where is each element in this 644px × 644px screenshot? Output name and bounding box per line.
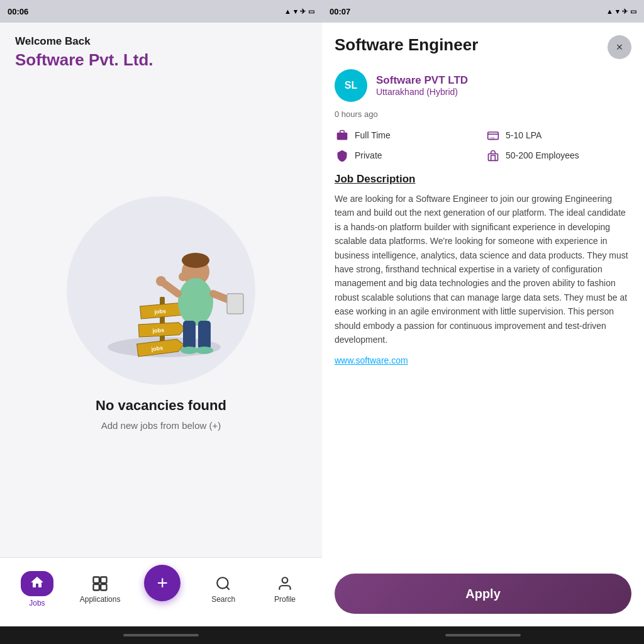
- profile-icon: [276, 575, 294, 592]
- airplane-icon: ✈: [300, 8, 306, 16]
- nav-jobs-icon-bg: [21, 571, 53, 596]
- employees-label: 50-200 Employees: [506, 150, 579, 160]
- svg-rect-22: [101, 577, 106, 582]
- svg-point-20: [179, 272, 187, 281]
- svg-text:jobs: jobs: [153, 308, 166, 315]
- nav-item-profile[interactable]: Profile: [266, 575, 304, 604]
- company-row: SL Software PVT LTD Uttarakhand (Hybrid): [335, 69, 631, 102]
- left-company-name: Software Pvt. Ltd.: [15, 50, 307, 70]
- right-status-icons: ▲ ▾ ✈ ▭: [606, 8, 636, 16]
- no-vacancies-text: No vacancies found: [96, 397, 226, 414]
- battery-icon: ▭: [308, 8, 314, 16]
- svg-line-26: [226, 587, 230, 590]
- svg-rect-21: [94, 577, 99, 582]
- home-icon: [30, 575, 45, 590]
- svg-rect-31: [489, 154, 498, 161]
- right-panel: 00:07 ▲ ▾ ✈ ▭ Software Engineer × SL Sof…: [322, 0, 644, 644]
- nav-applications-label: Applications: [80, 595, 121, 604]
- nav-item-jobs[interactable]: Jobs: [18, 571, 56, 608]
- close-button[interactable]: ×: [608, 35, 631, 59]
- left-status-bar: 00:06 ▲ ▾ ✈ ▭: [0, 0, 322, 23]
- right-airplane-icon: ✈: [622, 8, 628, 16]
- nav-item-applications[interactable]: Applications: [80, 575, 121, 604]
- tag-fulltime: Full Time: [335, 128, 480, 143]
- job-desc-title: Job Description: [335, 173, 631, 186]
- add-job-button[interactable]: +: [144, 565, 180, 601]
- right-home-indicator: [445, 634, 521, 636]
- tag-salary: 100 5-10 LPA: [486, 128, 631, 143]
- right-wifi-icon: ▾: [616, 8, 619, 16]
- company-avatar: SL: [335, 69, 367, 102]
- svg-rect-17: [198, 321, 211, 349]
- right-scrollable-content: Software Engineer × SL Software PVT LTD …: [322, 23, 644, 566]
- bottom-nav: Jobs Applications +: [0, 557, 322, 626]
- salary-label: 5-10 LPA: [506, 130, 541, 140]
- apply-button[interactable]: Apply: [335, 574, 631, 614]
- right-bottom-bar: [322, 626, 644, 644]
- job-desc-text: We are looking for a Software Engineer t…: [335, 192, 631, 347]
- svg-rect-24: [101, 584, 106, 590]
- illustration-circle: jobs jobs jobs: [67, 196, 255, 385]
- nav-search-label: Search: [211, 595, 235, 604]
- svg-point-11: [178, 278, 213, 326]
- briefcase-icon: [335, 128, 350, 143]
- left-time: 00:06: [8, 7, 28, 16]
- add-jobs-hint: Add new jobs from below (+): [101, 420, 221, 431]
- right-battery-icon: ▭: [630, 8, 636, 16]
- svg-point-13: [156, 276, 166, 286]
- tag-employees: 50-200 Employees: [486, 148, 631, 163]
- building-icon: [486, 148, 501, 163]
- time-ago: 0 hours ago: [335, 109, 631, 119]
- svg-rect-16: [183, 321, 196, 349]
- apply-section: Apply: [322, 566, 644, 626]
- search-icon: [214, 575, 232, 592]
- nav-profile-label: Profile: [274, 595, 296, 604]
- svg-point-19: [196, 347, 213, 354]
- job-title: Software Engineer: [335, 35, 601, 55]
- svg-text:100: 100: [489, 136, 495, 140]
- right-time: 00:07: [330, 7, 350, 16]
- svg-point-18: [180, 347, 198, 354]
- job-title-row: Software Engineer ×: [335, 35, 631, 59]
- money-icon: 100: [486, 128, 501, 143]
- svg-rect-23: [94, 584, 99, 590]
- tags-grid: Full Time 100 5-10 LPA: [335, 128, 631, 163]
- left-status-icons: ▲ ▾ ✈ ▭: [284, 8, 314, 16]
- right-status-bar: 00:07 ▲ ▾ ✈ ▭: [322, 0, 644, 23]
- tag-private: Private: [335, 148, 480, 163]
- private-label: Private: [355, 150, 382, 160]
- left-panel: 00:06 ▲ ▾ ✈ ▭ Welcome Back Software Pvt.…: [0, 0, 322, 644]
- nav-item-search[interactable]: Search: [204, 575, 242, 604]
- plus-icon: +: [157, 572, 169, 594]
- svg-text:jobs: jobs: [152, 327, 164, 334]
- nav-jobs-label: Jobs: [29, 599, 45, 608]
- svg-point-25: [217, 577, 228, 588]
- left-bottom-bar: [0, 626, 322, 644]
- right-signal-icon: ▲: [606, 8, 613, 15]
- left-home-indicator: [123, 634, 199, 636]
- company-avatar-text: SL: [345, 80, 357, 91]
- fulltime-label: Full Time: [355, 130, 391, 140]
- person-illustration: jobs jobs jobs: [73, 203, 249, 379]
- close-icon: ×: [616, 41, 623, 54]
- job-description-section: Job Description We are looking for a Sof…: [335, 173, 631, 347]
- svg-point-27: [282, 577, 288, 583]
- illustration-area: jobs jobs jobs: [15, 82, 307, 545]
- company-title: Software PVT LTD: [376, 74, 468, 87]
- company-info: Software PVT LTD Uttarakhand (Hybrid): [376, 74, 468, 97]
- svg-point-10: [182, 253, 209, 268]
- left-main-content: Welcome Back Software Pvt. Ltd. jobs: [0, 23, 322, 557]
- signal-icon: ▲: [284, 8, 291, 15]
- wifi-icon: ▾: [294, 8, 297, 16]
- website-link[interactable]: www.software.com: [335, 355, 631, 365]
- shield-icon: [335, 148, 350, 163]
- welcome-text: Welcome Back: [15, 35, 307, 48]
- svg-rect-15: [227, 294, 243, 314]
- company-location: Uttarakhand (Hybrid): [376, 87, 468, 97]
- applications-icon: [91, 575, 109, 592]
